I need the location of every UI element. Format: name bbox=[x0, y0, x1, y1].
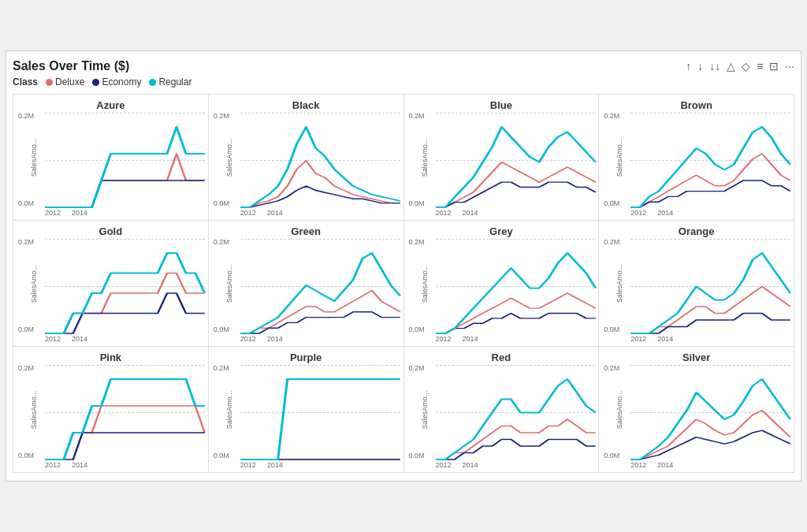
chart-area-red: 0.2M0.0M bbox=[436, 365, 596, 459]
chart-title: Sales Over Time ($) bbox=[13, 59, 129, 73]
chart-inner-blue bbox=[436, 113, 596, 207]
chart-area-brown: 0.2M0.0M bbox=[630, 113, 790, 207]
chart-inner-orange bbox=[630, 239, 790, 333]
cell-title-orange: Orange bbox=[602, 225, 790, 237]
chart-inner-azure bbox=[45, 113, 205, 207]
sort-desc2-icon[interactable]: ↓↓ bbox=[709, 60, 720, 73]
chart-area-black: 0.2M0.0M bbox=[240, 113, 400, 207]
chart-area-orange: 0.2M0.0M bbox=[630, 239, 790, 333]
y-axis-ticks-black: 0.2M0.0M bbox=[214, 113, 229, 207]
chart-inner-pink bbox=[45, 365, 205, 459]
cell-orange: OrangeSalesAmo...0.2M0.0M20122014 bbox=[599, 221, 794, 347]
chart-area-grey: 0.2M0.0M bbox=[436, 239, 596, 333]
y-axis-ticks-pink: 0.2M0.0M bbox=[18, 365, 34, 459]
y-axis-ticks-blue: 0.2M0.0M bbox=[409, 113, 425, 207]
cell-blue: BlueSalesAmo...0.2M0.0M20122014 bbox=[404, 95, 600, 221]
pin-icon[interactable]: ◇ bbox=[742, 60, 750, 73]
cell-title-gold: Gold bbox=[17, 225, 205, 237]
header-row: Sales Over Time ($) ↑ ↓ ↓↓ △ ◇ ≡ ⊡ ··· bbox=[13, 59, 794, 73]
x-axis-gold: 20122014 bbox=[45, 333, 205, 343]
chart-container: Sales Over Time ($) ↑ ↓ ↓↓ △ ◇ ≡ ⊡ ··· C… bbox=[6, 50, 801, 482]
chart-area-azure: 0.2M0.0M bbox=[45, 113, 205, 207]
economy-label: Economy bbox=[102, 76, 141, 87]
x-axis-silver: 20122014 bbox=[630, 459, 790, 469]
cell-red: RedSalesAmo...0.2M0.0M20122014 bbox=[404, 347, 600, 473]
cell-title-pink: Pink bbox=[17, 352, 205, 363]
legend-economy: Economy bbox=[92, 76, 141, 87]
chart-inner-grey bbox=[436, 239, 596, 333]
cell-purple: PurpleSalesAmo...0.2M0.0M20122014 bbox=[209, 347, 404, 473]
chart-inner-black bbox=[240, 113, 400, 207]
sparkline-grid: AzureSalesAmo...0.2M0.0M20122014BlackSal… bbox=[13, 94, 794, 473]
y-axis-ticks-grey: 0.2M0.0M bbox=[409, 239, 425, 333]
legend-regular: Regular bbox=[149, 76, 192, 87]
x-axis-azure: 20122014 bbox=[45, 207, 205, 217]
flag-icon[interactable]: △ bbox=[727, 60, 735, 73]
regular-dot bbox=[149, 79, 156, 86]
cell-title-brown: Brown bbox=[602, 99, 790, 111]
x-axis-black: 20122014 bbox=[240, 207, 400, 217]
deluxe-label: Deluxe bbox=[55, 76, 84, 87]
cell-title-blue: Blue bbox=[407, 99, 596, 111]
deluxe-dot bbox=[46, 79, 53, 86]
cell-title-grey: Grey bbox=[407, 225, 596, 237]
chart-inner-red bbox=[436, 365, 596, 459]
y-axis-ticks-silver: 0.2M0.0M bbox=[604, 365, 619, 459]
sort-desc-icon[interactable]: ↓ bbox=[697, 60, 703, 73]
x-axis-purple: 20122014 bbox=[240, 459, 400, 469]
y-axis-ticks-brown: 0.2M0.0M bbox=[604, 113, 619, 207]
chart-inner-silver bbox=[630, 365, 790, 459]
chart-area-gold: 0.2M0.0M bbox=[45, 239, 205, 333]
regular-label: Regular bbox=[158, 76, 192, 87]
chart-area-blue: 0.2M0.0M bbox=[436, 113, 596, 207]
chart-inner-gold bbox=[45, 239, 205, 333]
cell-title-red: Red bbox=[407, 352, 596, 363]
economy-dot bbox=[92, 79, 99, 86]
cell-azure: AzureSalesAmo...0.2M0.0M20122014 bbox=[13, 95, 209, 221]
cell-title-black: Black bbox=[212, 99, 400, 111]
toolbar: ↑ ↓ ↓↓ △ ◇ ≡ ⊡ ··· bbox=[686, 60, 794, 73]
cell-title-silver: Silver bbox=[602, 352, 790, 363]
menu-icon[interactable]: ≡ bbox=[757, 60, 763, 73]
x-axis-grey: 20122014 bbox=[436, 333, 596, 343]
x-axis-orange: 20122014 bbox=[630, 333, 790, 343]
chart-inner-purple bbox=[240, 365, 400, 459]
cell-green: GreenSalesAmo...0.2M0.0M20122014 bbox=[209, 221, 404, 347]
cell-title-purple: Purple bbox=[212, 352, 400, 363]
sort-asc-icon[interactable]: ↑ bbox=[686, 60, 691, 73]
x-axis-blue: 20122014 bbox=[436, 207, 596, 217]
y-axis-ticks-purple: 0.2M0.0M bbox=[214, 365, 229, 459]
y-axis-ticks-orange: 0.2M0.0M bbox=[604, 239, 619, 333]
x-axis-green: 20122014 bbox=[240, 333, 400, 343]
legend-row: Class Deluxe Economy Regular bbox=[13, 76, 794, 87]
chart-inner-green bbox=[240, 239, 400, 333]
chart-area-purple: 0.2M0.0M bbox=[240, 365, 400, 459]
cell-title-azure: Azure bbox=[17, 99, 205, 111]
y-axis-ticks-gold: 0.2M0.0M bbox=[18, 239, 34, 333]
x-axis-red: 20122014 bbox=[436, 459, 596, 469]
cell-gold: GoldSalesAmo...0.2M0.0M20122014 bbox=[13, 221, 209, 347]
chart-area-silver: 0.2M0.0M bbox=[630, 365, 790, 459]
y-axis-ticks-azure: 0.2M0.0M bbox=[18, 113, 34, 207]
legend-class-label: Class bbox=[13, 76, 38, 87]
cell-grey: GreySalesAmo...0.2M0.0M20122014 bbox=[404, 221, 600, 347]
x-axis-brown: 20122014 bbox=[630, 207, 790, 217]
more-icon[interactable]: ··· bbox=[785, 60, 794, 73]
y-axis-ticks-green: 0.2M0.0M bbox=[214, 239, 229, 333]
chart-area-green: 0.2M0.0M bbox=[240, 239, 400, 333]
cell-brown: BrownSalesAmo...0.2M0.0M20122014 bbox=[599, 95, 794, 221]
y-axis-ticks-red: 0.2M0.0M bbox=[409, 365, 425, 459]
expand-icon[interactable]: ⊡ bbox=[769, 60, 779, 73]
cell-silver: SilverSalesAmo...0.2M0.0M20122014 bbox=[599, 347, 794, 473]
legend-deluxe: Deluxe bbox=[46, 76, 84, 87]
chart-area-pink: 0.2M0.0M bbox=[45, 365, 205, 459]
x-axis-pink: 20122014 bbox=[45, 459, 205, 469]
cell-pink: PinkSalesAmo...0.2M0.0M20122014 bbox=[13, 347, 209, 473]
cell-black: BlackSalesAmo...0.2M0.0M20122014 bbox=[209, 95, 404, 221]
chart-inner-brown bbox=[630, 113, 790, 207]
cell-title-green: Green bbox=[212, 225, 400, 237]
